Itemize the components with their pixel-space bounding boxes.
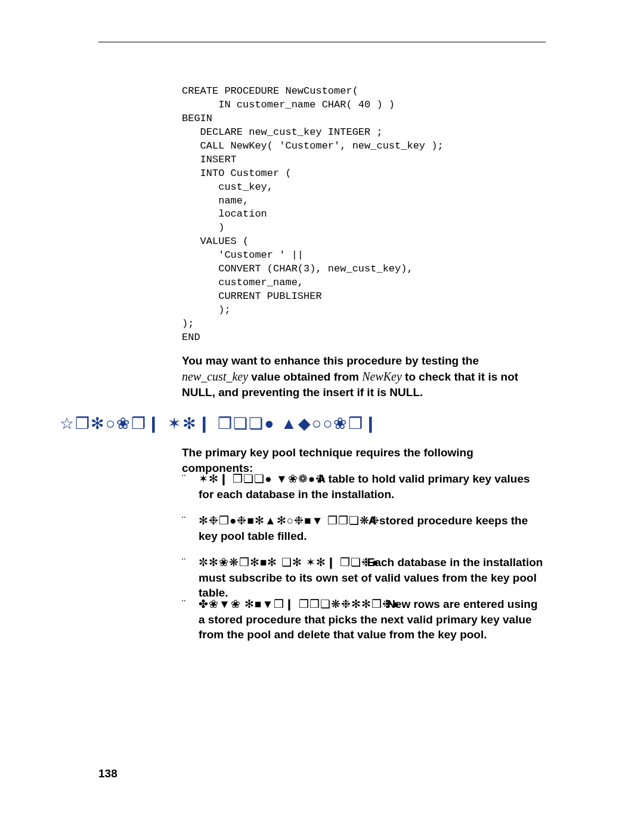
italic-term: new_cust_key: [182, 370, 248, 383]
bullet-glyph-label: ✻❉❒●❉■✻▲✻○❉■▼ ❒❒❏❋❉: [199, 513, 380, 529]
bullet-mark: ¨: [182, 555, 185, 570]
bullet-mark: ¨: [182, 471, 185, 487]
italic-term: NewKey: [362, 370, 402, 383]
text: value obtained from: [248, 370, 362, 383]
bullet-glyph-label: ✶✻❙ ❒❏❏● ▼❀❁●❉: [199, 471, 326, 487]
code-block: CREATE PROCEDURE NewCustomer( IN custome…: [182, 85, 444, 345]
horizontal-rule: [98, 42, 546, 42]
bullet-glyph-label: ✤❀▼❀ ✻■▼❒❙ ❒❒❏❋❉✻✻❒❉●: [199, 597, 400, 612]
section-heading: ☆❒✻○❀❒❙ ✶✻❙ ❒❏❏● ▲◆○○❀❒❙: [60, 414, 379, 433]
bullet-mark: ¨: [182, 597, 185, 612]
bullet-item: ¨ ✤❀▼❀ ✻■▼❒❙ ❒❒❏❋❉✻✻❒❉● ✤❀▼❀ ✻■▼❒❙ ❒❒❏❋❉…: [182, 597, 546, 642]
paragraph-enhance-note: You may want to enhance this procedure b…: [182, 353, 546, 400]
bullet-glyph-label: ✼✻❀❋❒✻■✻ ❏✻ ✶✻❙ ❒❏❉●: [199, 555, 379, 570]
bullet-item: ¨ ✻❉❒●❉■✻▲✻○❉■▼ ❒❒❏❋❉ ✻❉❒●❉■✻▲✻○❉■▼ ❒❒❏❋…: [182, 513, 546, 543]
bullet-item: ¨ ✶✻❙ ❒❏❏● ▼❀❁●❉ ✶✻❙ ❒❏❏● ▼❀❁●❉A table t…: [182, 471, 546, 502]
bullet-mark: ¨: [182, 513, 185, 529]
page-number: 138: [98, 767, 117, 780]
bullet-item: ¨ ✼✻❀❋❒✻■✻ ❏✻ ✶✻❙ ❒❏❉● ✼✻❀❋❒✻■✻ ❏✻ ✶✻❙ ❒…: [182, 555, 546, 601]
text: You may want to enhance this procedure b…: [182, 354, 479, 367]
